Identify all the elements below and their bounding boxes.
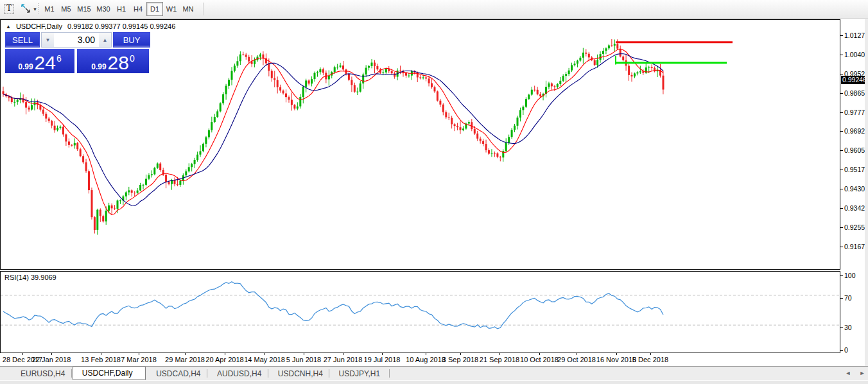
time-tick: [101, 353, 101, 355]
price-tick: [840, 227, 843, 228]
tabs-scroll-left-button[interactable]: ◄: [844, 370, 853, 376]
time-tick: [343, 353, 343, 355]
rsi-tick-label: 30: [844, 324, 852, 331]
price-tick: [840, 247, 843, 247]
sell-price-main: 24: [35, 55, 56, 71]
chart-title: ▲ USDCHF,Daily 0.99182 0.99377 0.99145 0…: [6, 22, 175, 30]
chart-symbol-label: USDCHF,Daily: [16, 22, 62, 30]
window-right-edge: [865, 19, 868, 366]
price-tick: [840, 208, 843, 209]
time-tick: [577, 353, 577, 355]
price-tick: [840, 55, 843, 55]
buy-button[interactable]: BUY: [113, 32, 150, 48]
rsi-indicator-value: 39.9069: [31, 274, 56, 281]
tab-divider: [329, 369, 329, 378]
price-tick: [840, 112, 843, 113]
toolbar-separator: [203, 3, 204, 15]
rsi-chart[interactable]: [1, 272, 840, 353]
rsi-tick-label: 70: [844, 294, 852, 302]
timeframe-button-W1[interactable]: W1: [163, 2, 180, 16]
chart-tab-bar: ◄ ► EURUSD,H4USDCHF,DailyUSDCAD,H4AUDUSD…: [0, 367, 868, 380]
rsi-indicator-name: RSI(14): [4, 274, 29, 281]
time-tick: [382, 353, 383, 355]
timeframe-button-H1[interactable]: H1: [113, 2, 130, 16]
sell-price-pip: 6: [56, 55, 62, 62]
time-tick: [265, 353, 265, 355]
volume-up-button[interactable]: ▲: [99, 33, 111, 47]
chart-tab-AUDUSD-H4[interactable]: AUDUSD,H4: [208, 367, 268, 380]
timeframe-button-H4[interactable]: H4: [130, 2, 146, 16]
chart-ohlc-values: 0.99182 0.99377 0.99145 0.99246: [67, 22, 175, 30]
time-tick-label: 22 Jan 2018: [26, 356, 77, 363]
volume-down-button[interactable]: ▼: [42, 33, 54, 47]
rsi-tick-label: 100: [844, 272, 856, 279]
timeframe-button-MN[interactable]: MN: [180, 2, 196, 16]
timeframe-button-M5[interactable]: M5: [58, 2, 74, 16]
tab-divider: [71, 369, 72, 378]
rsi-panel[interactable]: RSI(14) 39.9069: [0, 271, 840, 353]
buy-price[interactable]: 0.99 28 0: [77, 49, 149, 73]
mt4-window: T ▼ M1M5M15M30H1H4D1W1MN ▲ USDCHF,Daily …: [0, 0, 868, 384]
collapse-chart-icon[interactable]: ▲: [6, 24, 11, 30]
arrows-tool-button[interactable]: ▼: [18, 2, 40, 16]
buy-price-main: 28: [108, 55, 129, 71]
buy-price-prefix: 0.99: [91, 62, 106, 71]
text-tool-button[interactable]: T: [2, 2, 16, 16]
time-tick: [225, 353, 225, 355]
time-tick: [616, 353, 617, 355]
time-tick-label: 7 Mar 2018: [113, 356, 164, 363]
tab-divider: [389, 369, 390, 378]
rsi-tick: [840, 275, 843, 276]
status-strip: [0, 380, 868, 384]
chart-tab-USDCAD-H4[interactable]: USDCAD,H4: [147, 367, 207, 380]
price-tick: [840, 189, 843, 189]
current-price-tag: 0.99246: [841, 76, 868, 84]
rsi-tick: [840, 327, 843, 328]
price-axis[interactable]: 1.012751.004000.995250.986500.977750.969…: [840, 19, 868, 366]
price-tick: [840, 74, 843, 74]
time-tick: [304, 353, 304, 355]
price-tick: [840, 131, 843, 132]
time-tick: [426, 353, 426, 355]
one-click-trade-panel: SELL ▼ ▲ BUY 0.99 24 6 0.99 28 0: [5, 32, 150, 73]
time-tick: [139, 353, 139, 355]
time-tick: [51, 353, 52, 355]
sell-price[interactable]: 0.99 24 6: [5, 49, 74, 73]
arrows-icon: [21, 4, 31, 14]
time-axis[interactable]: 28 Dec 201722 Jan 201813 Feb 20187 Mar 2…: [0, 353, 840, 366]
time-tick-label: 5 Dec 2018: [625, 356, 676, 363]
price-tick: [840, 170, 843, 170]
volume-input[interactable]: [54, 33, 99, 47]
timeframe-button-D1[interactable]: D1: [146, 2, 163, 16]
price-chart-panel[interactable]: ▲ USDCHF,Daily 0.99182 0.99377 0.99145 0…: [0, 19, 840, 270]
chart-tab-EURUSD-H4[interactable]: EURUSD,H4: [12, 367, 71, 380]
text-tool-icon: T: [4, 4, 14, 14]
rsi-tick: [840, 298, 843, 299]
time-tick: [650, 353, 651, 355]
timeframe-button-M1[interactable]: M1: [41, 2, 58, 16]
tabs-scroll-right-button[interactable]: ►: [858, 370, 867, 376]
sell-button[interactable]: SELL: [5, 32, 40, 48]
rsi-label: RSI(14) 39.9069: [4, 274, 56, 281]
toolbar: T ▼ M1M5M15M30H1H4D1W1MN: [0, 0, 868, 19]
timeframe-button-M15[interactable]: M15: [74, 2, 94, 16]
chart-tab-USDCNH-H4[interactable]: USDCNH,H4: [269, 367, 329, 380]
time-tick: [460, 353, 461, 355]
buy-price-pip: 0: [130, 55, 135, 62]
toolbar-grip[interactable]: [38, 3, 40, 15]
price-tick: [840, 93, 843, 94]
chevron-down-icon: ▼: [33, 7, 37, 12]
price-tick: [840, 35, 843, 36]
tab-divider: [268, 369, 268, 378]
time-tick: [22, 353, 23, 355]
time-tick: [499, 353, 500, 355]
time-tick: [185, 353, 186, 355]
sell-price-prefix: 0.99: [18, 62, 33, 71]
time-tick: [539, 353, 540, 355]
chart-tab-USDJPY-H1[interactable]: USDJPY,H1: [330, 367, 390, 380]
price-tick: [840, 150, 843, 151]
volume-stepper: ▼ ▲: [41, 32, 112, 48]
timeframe-button-M30[interactable]: M30: [94, 2, 113, 16]
rsi-tick: [840, 350, 843, 351]
chart-tab-USDCHF-Daily[interactable]: USDCHF,Daily: [73, 366, 146, 380]
